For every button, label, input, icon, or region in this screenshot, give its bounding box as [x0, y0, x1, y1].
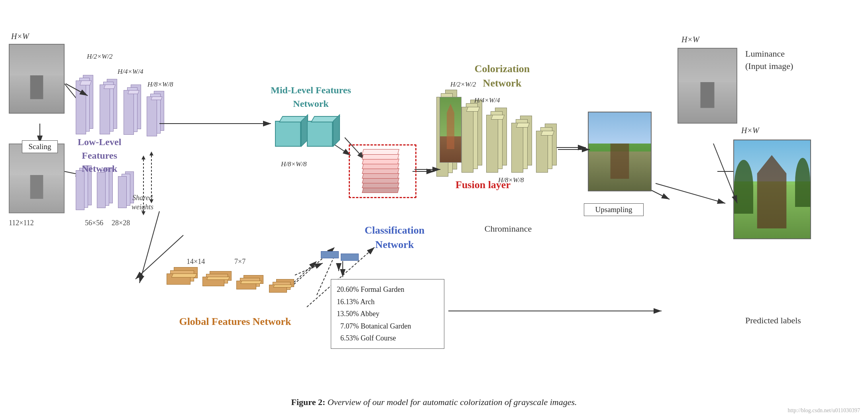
label-14: 14×14 — [187, 257, 205, 266]
shared-weights-arrows — [132, 155, 155, 215]
upsampling-box: Upsampling — [584, 203, 644, 216]
label-hw-eighth: H/8×W/8 — [147, 80, 173, 89]
arrow-color-to-output — [556, 144, 596, 155]
svg-line-33 — [713, 144, 737, 203]
arrow-luminance-to-final — [709, 140, 749, 219]
classify-result-4: 7.07% Botanical Garden — [337, 320, 438, 332]
svg-line-19 — [66, 84, 88, 96]
arrow-ll-to-mid — [155, 112, 283, 136]
classify-result-1: 20.60% Formal Garden — [337, 283, 438, 296]
label-global-features: Global Features Network — [155, 315, 315, 328]
input-image-main — [9, 44, 65, 114]
classify-result-3: 13.50% Abbey — [337, 308, 438, 320]
watermark: http://blog.csdn.net/u011030397 — [788, 407, 860, 414]
figure-caption: Figure 2: Overview of our model for auto… — [291, 397, 577, 407]
label-hw-input: H×W — [11, 32, 29, 41]
label-chrominance: Chrominance — [468, 223, 548, 235]
label-hw-luminance: H×W — [681, 35, 699, 44]
colorized-inset — [440, 97, 461, 163]
fusion-layer-container — [351, 148, 412, 195]
label-hw-half-color: H/2×W/2 — [450, 80, 476, 89]
label-hw-quarter: H/4×W/4 — [118, 67, 143, 77]
arrow-classify-to-predicted — [444, 303, 668, 319]
diagram-container: H×W Scaling 112×112 H/2×W/2 — [0, 0, 868, 417]
scaling-box: Scaling — [22, 140, 58, 153]
label-predicted: Predicted labels — [745, 315, 801, 327]
label-56: 56×56 — [85, 218, 103, 228]
input-image-small — [9, 144, 65, 213]
label-7: 7×7 — [234, 257, 245, 266]
label-hw-final: H×W — [741, 126, 759, 135]
label-mid-level: Mid-Level FeaturesNetwork — [269, 84, 353, 110]
arrow-classify-to-box — [335, 259, 351, 279]
label-low-level: Low-LevelFeaturesNetwork — [78, 136, 121, 176]
luminance-image — [678, 48, 737, 124]
label-hw-eighth-mid: H/8×W/8 — [281, 159, 306, 169]
svg-line-24 — [139, 211, 159, 283]
classify-block-1 — [321, 251, 339, 258]
svg-marker-22 — [141, 155, 145, 159]
arrow-input-ll — [64, 64, 96, 104]
arrow-fusion-to-color — [412, 163, 444, 175]
label-luminance: Luminance(Input image) — [745, 48, 793, 73]
classify-result-2: 16.13% Arch — [337, 296, 438, 308]
label-hw-quarter-color: H/4×W/4 — [474, 96, 500, 105]
label-112: 112×112 — [9, 218, 34, 228]
label-hw-half: H/2×W/2 — [87, 52, 112, 61]
svg-marker-17 — [149, 151, 153, 155]
label-hw-eighth-color: H/8×W/8 — [498, 175, 524, 185]
output-colorized-image — [588, 112, 652, 191]
svg-line-27 — [295, 263, 323, 275]
label-28: 28×28 — [112, 218, 130, 228]
classification-results-box: 20.60% Formal Garden 16.13% Arch 13.50% … — [331, 279, 444, 349]
label-classification-network: ClassificationNetwork — [351, 223, 438, 252]
classify-result-5: 6.53% Golf Course — [337, 332, 438, 344]
